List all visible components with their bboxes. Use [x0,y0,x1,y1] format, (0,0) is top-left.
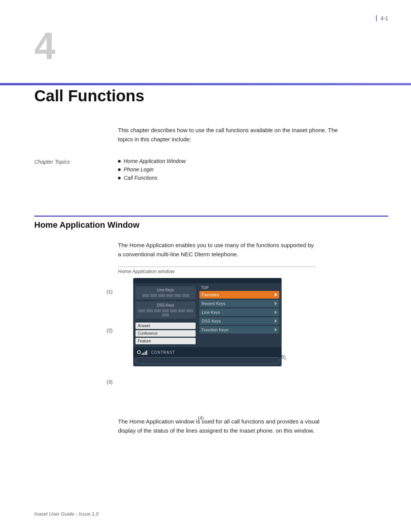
section-description: The Home Application enables you to use … [118,241,316,259]
callout-3: (3) [107,379,113,385]
key-dot [178,309,185,312]
menu-item-recent-keys[interactable]: Recent Keys [199,300,279,307]
menu-arrow-icon [275,293,277,297]
key-dot [170,309,177,312]
menu-item-label: DSS Keys [202,319,221,323]
menu-item-label: Function Keys [202,328,228,332]
menu-arrow-icon [275,302,277,305]
menu-item-line-keys[interactable]: Line Keys [199,308,279,316]
key-dot [138,309,145,312]
contrast-label: CONTRAST [151,350,175,355]
key-dot [182,294,189,297]
key-dot [154,309,161,312]
key-dot [162,309,169,312]
menu-item-function-keys[interactable]: Function Keys [199,326,279,334]
phone-screen: Line Keys DSS [133,278,282,366]
topic-item-1: Home Application Window [124,158,186,164]
section-heading: Home Application Window [34,220,139,230]
dss-keys-label: DSS Keys [136,303,195,307]
key-dot [146,309,153,312]
vol-circle [137,350,141,354]
key-dot [158,294,165,297]
phone-left-panel: Line Keys DSS [133,283,198,347]
list-item: Home Application Window [118,158,186,164]
phone-main: Line Keys DSS [133,283,282,347]
line-keys-label: Line Keys [136,288,195,292]
menu-arrow-icon [275,310,277,314]
menu-item-dss-keys[interactable]: DSS Keys [199,317,279,325]
vol-bar [145,351,146,355]
key-dot [166,294,173,297]
line-keys-dots [136,293,195,298]
dss-keys-dots [136,308,195,317]
vol-bars [142,350,147,355]
footer-text: Inaset User Guide - Issue 1.0 [34,511,99,517]
chapter-number: 4 [34,27,56,65]
callout-2: (2) [107,328,113,333]
page-number: 4-1 [376,15,388,21]
menu-top-label: TOP [199,286,279,290]
bullet-icon [118,168,121,171]
figure-container: Home Application window (1) (2) (3) (4) … [34,267,339,366]
section-divider [34,216,388,217]
menu-arrow-icon [275,319,277,323]
bullet-icon [118,160,121,163]
menu-item-favorites[interactable]: Favorites [199,291,279,299]
phone-scrollbar[interactable] [135,357,279,364]
phone-topbar [133,278,282,283]
function-buttons: Answer Conference Feature [135,323,196,344]
topic-item-3: Call Functions [124,175,158,181]
bottom-description: The Home Application window is used for … [118,417,339,435]
callout-1: (1) [107,289,113,294]
vol-bar [143,353,144,355]
bullet-icon [118,177,121,179]
vol-bar [146,350,147,355]
volume-icon [137,350,147,355]
phone-right-panel: TOP Favorites Recent Keys Line Keys [198,283,282,347]
menu-item-label: Line Keys [202,310,220,315]
list-item: Phone Login [118,166,186,173]
title-accent-bar [0,83,411,85]
figure-line [118,267,316,267]
topics-label: Chapter Topics [34,158,118,183]
chapter-topics-section: Chapter Topics Home Application Window P… [34,158,186,183]
callout-5: (5) [280,354,286,360]
answer-button[interactable]: Answer [135,323,196,329]
feature-button[interactable]: Feature [135,338,196,344]
figure-caption: Home Application window [118,268,339,274]
vol-bar [142,353,143,355]
key-dot [162,313,169,316]
menu-arrow-icon [275,328,277,332]
chapter-title: Call Functions [34,87,144,105]
dss-keys-group: DSS Keys [135,302,196,319]
key-dot [174,294,181,297]
list-item: Call Functions [118,175,186,181]
menu-item-label: Recent Keys [202,301,225,306]
conference-button[interactable]: Conference [135,330,196,337]
key-dot [142,294,149,297]
line-keys-group: Line Keys [135,286,196,299]
intro-text: This chapter describes how to use the ca… [118,126,342,144]
menu-item-label: Favorites [202,292,219,297]
key-dot [186,309,193,312]
phone-mockup: Line Keys DSS [118,278,270,366]
topic-item-2: Phone Login [124,166,154,173]
topics-list: Home Application Window Phone Login Call… [118,158,186,183]
phone-bottom-bar: CONTRAST [133,347,282,357]
key-dot [150,294,157,297]
